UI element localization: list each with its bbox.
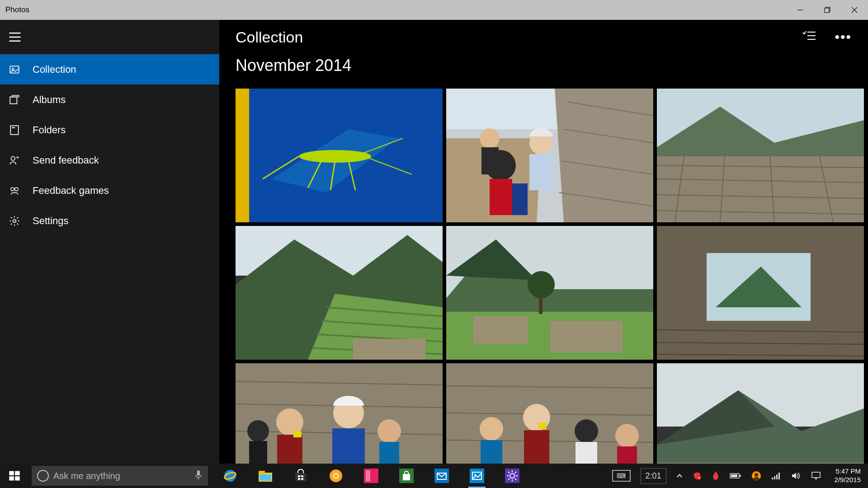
svg-rect-51 xyxy=(529,154,554,190)
tray-app-icon[interactable] xyxy=(712,471,720,481)
photo-thumbnail[interactable] xyxy=(236,363,443,464)
svg-point-52 xyxy=(480,128,500,148)
tray-action-center-icon[interactable] xyxy=(811,471,821,480)
maximize-button[interactable] xyxy=(814,0,841,20)
svg-rect-127 xyxy=(15,476,19,480)
battery-icon xyxy=(730,472,741,479)
tray-network-icon[interactable] xyxy=(771,472,781,480)
start-button[interactable] xyxy=(0,464,29,488)
photo-thumbnail[interactable] xyxy=(657,226,864,360)
taskbar-app-xbox[interactable] xyxy=(398,467,415,484)
taskbar-app-mail[interactable] xyxy=(433,467,450,484)
page-title: Collection xyxy=(236,28,303,46)
sidebar-item-collection[interactable]: Collection xyxy=(0,54,219,84)
cortana-icon xyxy=(37,470,49,482)
checklist-icon xyxy=(802,30,816,41)
svg-point-16 xyxy=(15,187,19,191)
chevron-up-icon xyxy=(676,473,683,479)
taskbar-app-settings[interactable] xyxy=(504,467,521,484)
tray-volume-icon[interactable] xyxy=(791,471,801,480)
svg-line-23 xyxy=(17,223,18,224)
tray-security-icon[interactable]: ✕ xyxy=(693,471,702,480)
photo-thumbnail[interactable] xyxy=(236,226,443,360)
sidebar-item-label: Collection xyxy=(33,64,76,75)
tray-overflow-button[interactable] xyxy=(676,473,683,479)
sidebar-item-settings[interactable]: Settings xyxy=(0,206,219,236)
svg-rect-48 xyxy=(490,179,512,215)
svg-rect-144 xyxy=(366,470,370,481)
svg-point-115 xyxy=(615,424,639,447)
microphone-icon[interactable] xyxy=(194,469,203,483)
window-titlebar: Photos xyxy=(0,0,868,20)
taskbar-app-store[interactable] xyxy=(292,467,309,484)
taskbar-app-news[interactable] xyxy=(363,467,380,484)
chrome-canary-icon xyxy=(329,469,343,483)
sidebar-item-albums[interactable]: Albums xyxy=(0,84,219,115)
speaker-icon xyxy=(791,471,801,480)
svg-rect-126 xyxy=(9,476,14,480)
search-placeholder: Ask me anything xyxy=(53,471,190,481)
svg-point-9 xyxy=(12,68,14,70)
svg-line-25 xyxy=(11,223,12,224)
svg-point-142 xyxy=(334,474,338,478)
clock-time: 5:47 PM xyxy=(835,467,861,476)
more-button[interactable]: ••• xyxy=(835,29,852,45)
svg-rect-135 xyxy=(295,473,306,481)
photo-thumbnail[interactable] xyxy=(446,89,653,222)
sidebar-item-folders[interactable]: Folders xyxy=(0,115,219,145)
albums-icon xyxy=(8,94,21,106)
taskbar-app-explorer[interactable] xyxy=(257,467,274,484)
tray-user-icon[interactable] xyxy=(751,471,761,481)
svg-point-168 xyxy=(755,473,758,477)
close-button[interactable] xyxy=(841,0,868,20)
svg-rect-11 xyxy=(12,95,19,97)
svg-rect-110 xyxy=(481,440,502,464)
svg-rect-169 xyxy=(772,478,773,479)
touch-keyboard-button[interactable]: ⌨ xyxy=(612,470,631,482)
svg-rect-77 xyxy=(473,316,528,343)
folders-icon xyxy=(8,124,21,136)
taskbar-app-ie[interactable] xyxy=(222,467,239,484)
tray-battery-icon[interactable] xyxy=(730,472,741,479)
photo-thumbnail[interactable] xyxy=(657,89,864,222)
svg-rect-87 xyxy=(811,226,864,360)
windows-icon xyxy=(8,469,21,482)
svg-point-100 xyxy=(247,420,269,442)
feedback-icon xyxy=(8,154,21,167)
wifi-bars-icon xyxy=(771,472,781,480)
ie-icon xyxy=(222,468,238,483)
photo-thumbnail[interactable] xyxy=(236,89,443,222)
feedback-games-icon xyxy=(8,184,21,197)
taskbar-clock[interactable]: 5:47 PM 2/9/2015 xyxy=(831,467,864,484)
svg-point-17 xyxy=(13,219,16,222)
svg-rect-10 xyxy=(10,97,17,103)
select-mode-button[interactable] xyxy=(802,30,816,44)
svg-rect-112 xyxy=(524,430,549,464)
hamburger-icon xyxy=(8,30,22,44)
taskbar-app-photos[interactable] xyxy=(468,467,486,484)
photo-thumbnail[interactable] xyxy=(446,226,653,360)
svg-rect-2 xyxy=(825,8,829,13)
taskbar-app-chrome[interactable] xyxy=(327,467,344,484)
group-heading[interactable]: November 2014 xyxy=(236,56,868,75)
svg-point-102 xyxy=(377,419,401,443)
svg-marker-41 xyxy=(555,89,653,222)
svg-rect-86 xyxy=(657,226,707,360)
svg-rect-147 xyxy=(434,469,449,483)
sidebar-item-feedback-games[interactable]: Feedback games xyxy=(0,175,219,206)
sidebar-item-send-feedback[interactable]: Send feedback xyxy=(0,145,219,175)
svg-rect-116 xyxy=(617,446,637,464)
minimize-button[interactable] xyxy=(787,0,814,20)
photo-thumbnail[interactable] xyxy=(657,363,864,464)
sidebar-item-label: Folders xyxy=(33,124,66,136)
tray-clock-badge[interactable]: 2:01 xyxy=(641,468,666,484)
svg-rect-114 xyxy=(576,442,597,464)
photo-thumbnail[interactable] xyxy=(446,363,653,464)
svg-rect-80 xyxy=(539,296,542,314)
shield-alert-icon: ✕ xyxy=(693,471,702,480)
svg-rect-138 xyxy=(298,478,300,480)
folder-icon xyxy=(258,469,273,483)
svg-point-109 xyxy=(480,417,503,441)
taskbar-search[interactable]: Ask me anything xyxy=(32,466,208,486)
hamburger-button[interactable] xyxy=(0,20,219,54)
